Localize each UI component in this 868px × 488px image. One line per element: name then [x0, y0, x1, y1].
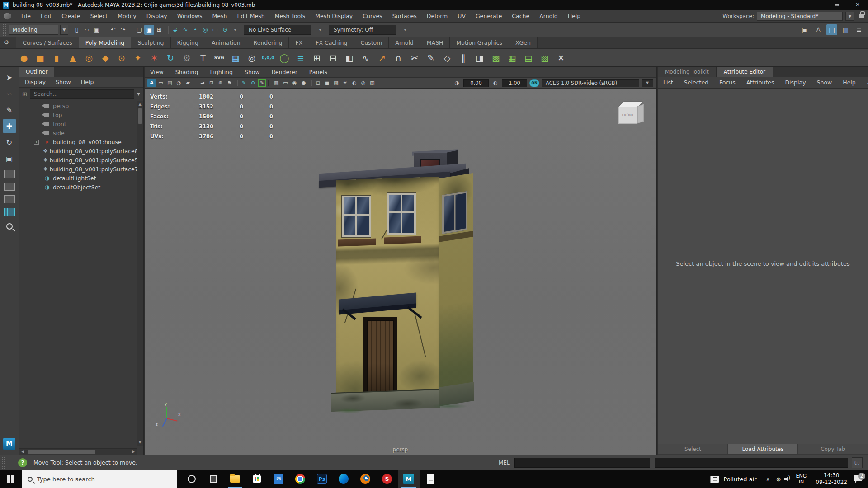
outliner-item-polysurface84[interactable]: building_08_v001:polySurface84	[19, 146, 137, 155]
viewport-menu-item[interactable]: Shading	[175, 69, 198, 75]
snap-to-projected-center-icon[interactable]: ◎	[200, 25, 210, 35]
helix-icon[interactable]: ↻	[163, 50, 178, 66]
type-tool-icon[interactable]: T	[195, 50, 211, 66]
select-hierarchy-mode-icon[interactable]: ▢	[134, 25, 144, 35]
shelf-tab[interactable]: Custom	[354, 37, 389, 48]
outliner-item-defaultlightset[interactable]: defaultLightSet	[19, 174, 137, 183]
mel-input[interactable]	[514, 458, 650, 468]
shelf-tab[interactable]: Rigging	[171, 37, 205, 48]
outliner-vertical-scrollbar[interactable]: ▲ ▼	[137, 101, 143, 446]
pin-icon[interactable]: ✒	[865, 78, 868, 86]
outliner-menu-item[interactable]: Show	[56, 79, 71, 85]
shelf-tab[interactable]: FX Caching	[309, 37, 354, 48]
zoom-tool-icon[interactable]	[6, 223, 13, 230]
viewport-menu-item[interactable]: View	[150, 69, 164, 75]
ambient-occlusion-icon[interactable]: ◎	[359, 79, 368, 87]
poly-cylinder-icon[interactable]: ▮	[49, 50, 64, 66]
extrude-icon[interactable]: ↗	[374, 50, 390, 66]
outliner-tab[interactable]: Outliner	[19, 67, 54, 77]
layout-outliner-persp-button[interactable]	[4, 208, 15, 216]
new-scene-icon[interactable]: ▯	[72, 25, 82, 35]
separate-icon[interactable]: ⊟	[326, 50, 341, 66]
menu-item[interactable]: Deform	[422, 10, 453, 23]
statusline-grip[interactable]	[3, 24, 6, 36]
menu-set-arrow[interactable]: ▼	[60, 25, 68, 35]
bookmark-icon[interactable]: ⚑	[225, 79, 234, 87]
menu-item[interactable]: Generate	[471, 10, 507, 23]
select-tool-icon[interactable]: ➤	[3, 70, 16, 84]
outliner-expand-icon[interactable]: ⊞	[22, 91, 27, 98]
humanik-toggle-icon[interactable]: ♙	[813, 24, 824, 35]
color-management-toggle[interactable]: ON	[529, 79, 539, 87]
viewport-menu-item[interactable]: Lighting	[210, 69, 233, 75]
view-cube-side-face[interactable]	[637, 104, 644, 124]
language-indicator[interactable]: ENG IN	[792, 473, 811, 485]
scroll-up-arrow[interactable]: ▲	[137, 101, 143, 108]
snap-to-points-icon[interactable]: •	[190, 25, 200, 35]
attribute-editor-menu-item[interactable]: Focus	[719, 79, 736, 86]
attribute-editor-menu-item[interactable]: Help	[843, 79, 856, 86]
outliner-item-polysurface7[interactable]: building_08_v001:polySurface7	[19, 164, 137, 174]
outliner-menu-item[interactable]: Help	[81, 79, 94, 85]
center-pivot-icon[interactable]: ◎	[244, 50, 259, 66]
menu-item[interactable]: Mesh Tools	[270, 10, 311, 23]
rotate-tool-icon[interactable]: ↻	[3, 136, 16, 149]
bridge-icon[interactable]: ∩	[391, 50, 406, 66]
menu-item[interactable]: Modify	[113, 10, 141, 23]
make-live-icon[interactable]: ⊙	[220, 25, 230, 35]
extract-icon[interactable]: ◧	[342, 50, 357, 66]
menu-item[interactable]: Help	[563, 10, 586, 23]
select-object-mode-icon[interactable]: ▣	[144, 25, 154, 35]
attribute-editor-menu-item[interactable]: List	[663, 79, 673, 86]
outliner-horizontal-scrollbar[interactable]: ◀ ▶	[19, 448, 137, 455]
shaded-icon[interactable]: ◼	[323, 79, 331, 87]
attribute-editor-menu-item[interactable]: Attributes	[746, 79, 774, 86]
divider[interactable]	[194, 80, 196, 86]
resolution-gate-icon[interactable]: ▤	[165, 79, 174, 87]
menu-item[interactable]: Create	[57, 10, 85, 23]
film-gate-icon[interactable]: ▭	[156, 79, 165, 87]
shelf-tab[interactable]: FX	[289, 37, 309, 48]
menu-item[interactable]: File	[16, 10, 36, 23]
snap-to-curves-icon[interactable]: ∿	[180, 25, 190, 35]
clock[interactable]: 14:30 09-12-2022	[811, 472, 852, 486]
sweep-mesh-icon[interactable]: ◯	[277, 50, 292, 66]
exposure-field[interactable]: 0.00	[463, 79, 489, 87]
divider[interactable]	[236, 80, 238, 86]
redo-icon[interactable]: ↷	[118, 25, 128, 35]
poly-torus-icon[interactable]: ◎	[81, 50, 97, 66]
menu-item[interactable]: UV	[453, 10, 471, 23]
outliner-item-polysurface5[interactable]: building_08_v001:polySurface5	[19, 155, 137, 164]
snap-options-arrow[interactable]: ▾	[230, 25, 240, 35]
shelf-gear-icon[interactable]: ⚙	[4, 39, 9, 46]
poly-count-icon[interactable]: ▦	[228, 50, 243, 66]
smooth-icon[interactable]: ∿	[358, 50, 373, 66]
quad-draw-icon[interactable]: ✎	[423, 50, 439, 66]
outliner-filter-arrow[interactable]: ▼	[137, 92, 140, 96]
live-surface-field[interactable]: No Live Surface	[244, 25, 311, 35]
anti-aliasing-icon[interactable]: ▧	[368, 79, 377, 87]
notepad-icon[interactable]	[420, 470, 441, 488]
divider[interactable]	[130, 26, 132, 34]
mel-label[interactable]: MEL	[499, 460, 510, 466]
viewport-menu-item[interactable]: Panels	[309, 69, 327, 75]
poly-sphere-icon[interactable]: ●	[16, 50, 32, 66]
poly-cone-icon[interactable]: ▲	[65, 50, 80, 66]
outliner-item-top[interactable]: top	[19, 110, 137, 119]
poly-disc-icon[interactable]: ⊙	[114, 50, 129, 66]
boolean-stack-icon[interactable]: ≡	[293, 50, 308, 66]
helpline-grip[interactable]	[2, 457, 5, 469]
shadows-icon[interactable]: ◐	[350, 79, 359, 87]
scrollbar-thumb[interactable]	[138, 108, 142, 124]
expand-toggle[interactable]: +	[34, 140, 39, 145]
menu-item[interactable]: Cache	[507, 10, 534, 23]
paint-select-tool-icon[interactable]: ✎	[3, 103, 16, 117]
layout-two-pane-button[interactable]	[4, 195, 15, 203]
shelf-tab[interactable]: Poly Modeling	[79, 37, 131, 48]
uv-layout-icon[interactable]: ▤	[521, 50, 536, 66]
gear-icon[interactable]: ⚙	[179, 50, 194, 66]
menu-item[interactable]: Mesh Display	[310, 10, 358, 23]
outliner-item-persp[interactable]: persp	[19, 101, 137, 110]
zoom-region-icon[interactable]: ⊕	[249, 79, 257, 87]
mail-icon[interactable]: ✉	[268, 470, 289, 488]
